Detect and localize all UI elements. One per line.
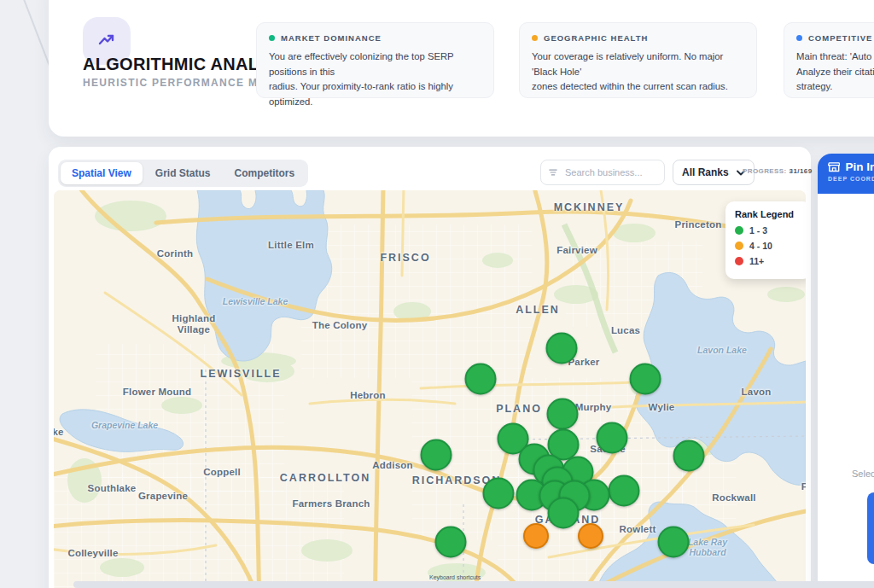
map-pin-orange[interactable]	[523, 523, 549, 549]
map-pin-green[interactable]	[435, 527, 467, 558]
insight-card-text: You are effectively colonizing the top S…	[269, 49, 481, 109]
insight-card-text: Your coverage is relatively uniform. No …	[532, 49, 744, 95]
map-pin-green[interactable]	[673, 440, 705, 472]
legend-item-label: 4 - 10	[749, 241, 772, 251]
map-pin-green[interactable]	[421, 440, 452, 471]
scan-progress: PROGRESS:31/169	[743, 167, 812, 175]
pin-inspector-subtitle: DEEP COORDINATE ANALYSIS	[828, 176, 874, 182]
spatial-map[interactable]: MCKINNEYPrincetonLittle ElmCorinthFRISCO…	[54, 190, 806, 588]
legend-dot-icon	[735, 226, 743, 235]
list-filter-icon	[549, 167, 557, 178]
legend-item: 11+	[735, 256, 801, 266]
map-pin-green[interactable]	[465, 364, 497, 395]
analysis-header-card: ALGORITHMIC ANALYSIS HEURISTIC PERFORMAN…	[49, 0, 874, 137]
tab-grid-status[interactable]: Grid Status	[144, 162, 222, 184]
map-pin-green[interactable]	[546, 333, 578, 364]
pin-inspector-accent-block	[867, 492, 874, 564]
insight-card-label: MARKET DOMINANCE	[281, 33, 382, 43]
map-pin-green[interactable]	[609, 475, 640, 507]
rank-legend-title: Rank Legend	[735, 209, 801, 219]
status-dot-icon	[269, 35, 275, 41]
legend-dot-icon	[735, 257, 743, 265]
map-pin-green[interactable]	[547, 399, 579, 430]
tab-competitors[interactable]: Competitors	[224, 162, 306, 184]
business-search[interactable]	[540, 160, 665, 185]
map-pin-green[interactable]	[658, 527, 690, 558]
insight-card: COMPETITIVE THREATMain threat: 'Auto Gla…	[784, 22, 874, 98]
pin-inspector-header: Pin Inspector DEEP COORDINATE ANALYSIS	[818, 154, 874, 194]
insight-card-label: GEOGRAPHIC HEALTH	[544, 33, 648, 43]
search-input[interactable]	[563, 166, 656, 178]
insight-card: MARKET DOMINANCEYou are effectively colo…	[256, 22, 494, 98]
map-attribution[interactable]: Keyboard shortcuts	[429, 574, 481, 580]
insight-card-label: COMPETITIVE THREAT	[808, 33, 874, 43]
legend-dot-icon	[735, 242, 743, 250]
map-pin-green[interactable]	[597, 422, 628, 454]
map-pin-green[interactable]	[630, 364, 661, 395]
pin-inspector-hint: Select a pin to inspect	[852, 469, 874, 479]
map-pin-orange[interactable]	[578, 523, 603, 549]
map-tiles	[54, 190, 806, 588]
legend-item: 4 - 10	[735, 241, 801, 251]
progress-label: PROGRESS:	[743, 167, 787, 175]
legend-item: 1 - 3	[735, 225, 801, 236]
tab-spatial-view[interactable]: Spatial View	[61, 162, 143, 184]
map-panel-card: Spatial ViewGrid StatusCompetitors All R…	[49, 147, 811, 588]
rank-filter-value: All Ranks	[682, 166, 729, 178]
legend-item-label: 11+	[749, 256, 764, 266]
progress-value: 31/169	[790, 167, 813, 175]
status-dot-icon	[796, 35, 802, 41]
horizontal-scrollbar[interactable]	[73, 581, 874, 588]
rank-legend: Rank Legend 1 - 34 - 1011+	[725, 201, 806, 279]
status-dot-icon	[532, 35, 538, 41]
view-tabs: Spatial ViewGrid StatusCompetitors	[58, 160, 308, 187]
map-pin-green[interactable]	[548, 498, 580, 529]
legend-item-label: 1 - 3	[749, 225, 767, 236]
insight-card: GEOGRAPHIC HEALTHYour coverage is relati…	[519, 22, 757, 98]
pin-inspector-panel: Pin Inspector DEEP COORDINATE ANALYSIS S…	[818, 154, 874, 588]
pin-inspector-title: Pin Inspector	[845, 160, 874, 173]
insight-card-text: Main threat: 'Auto Glass Pros.' Analyze …	[796, 49, 874, 95]
map-pin-green[interactable]	[483, 478, 515, 509]
storefront-icon	[828, 160, 840, 173]
